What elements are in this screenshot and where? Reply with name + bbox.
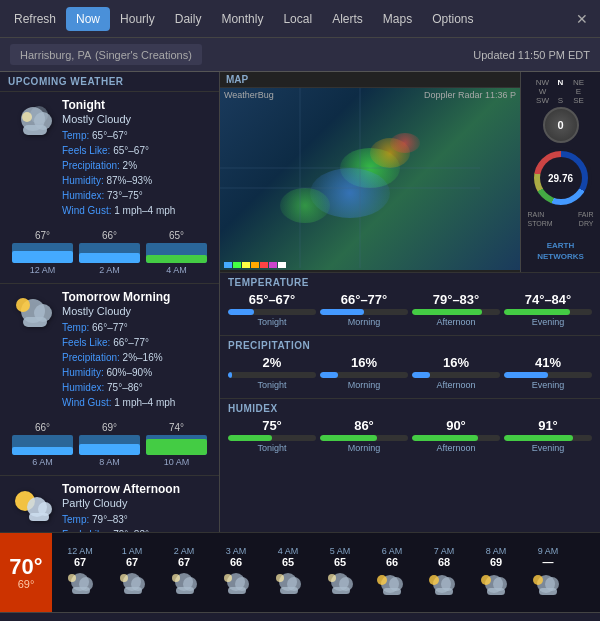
dir-n: N xyxy=(552,78,570,87)
radar-color-scale xyxy=(224,262,286,268)
local-button[interactable]: Local xyxy=(273,7,322,31)
svg-point-44 xyxy=(377,575,387,585)
big-temp-feels: 69° xyxy=(18,578,35,590)
partly-cloudy-icon xyxy=(11,485,55,529)
hour-icon-1am xyxy=(116,570,148,600)
precip-afternoon: 16% Afternoon xyxy=(412,355,500,390)
humidex-row: 75° Tonight 86° Morning 90° Afternoon xyxy=(228,418,592,453)
hour-12am: 12 AM 67 xyxy=(54,544,106,602)
bar-2am: 66° 2 AM xyxy=(79,230,140,275)
city-name: Harrisburg, PA xyxy=(20,49,91,61)
svg-rect-19 xyxy=(72,587,90,594)
maps-button[interactable]: Maps xyxy=(373,7,422,31)
dir-nw: NW xyxy=(534,78,552,87)
top-navigation: Refresh Now Hourly Daily Monthly Local A… xyxy=(0,0,600,38)
svg-rect-39 xyxy=(332,587,350,594)
hourly-strip: 12 AM 67 1 AM 67 xyxy=(52,533,600,612)
svg-rect-31 xyxy=(228,587,246,594)
temperature-row: 65°–67° Tonight 66°–77° Morning 79°–83° … xyxy=(228,292,592,327)
svg-rect-23 xyxy=(124,587,142,594)
map-overlay-svg xyxy=(220,88,520,270)
dir-sw: SW xyxy=(534,96,552,105)
precip-tonight: 2% Tonight xyxy=(228,355,316,390)
right-area: MAP WeatherBug Doppler Radar 11:36 P xyxy=(220,72,600,532)
temperature-title: TEMPERATURE xyxy=(228,277,592,288)
bar-6am: 66° 6 AM xyxy=(12,422,73,467)
monthly-button[interactable]: Monthly xyxy=(211,7,273,31)
hour-icon-5am xyxy=(324,570,356,600)
refresh-button[interactable]: Refresh xyxy=(4,7,66,31)
svg-rect-47 xyxy=(435,588,453,595)
map-compass-row: MAP WeatherBug Doppler Radar 11:36 P xyxy=(220,72,600,272)
cloud-moon-icon xyxy=(11,101,55,145)
main-content: UPCOMING WEATHER Tonight xyxy=(0,72,600,532)
dir-s: S xyxy=(552,96,570,105)
cameras-button[interactable]: Cameras xyxy=(428,618,485,622)
hour-7am: 7 AM 68 xyxy=(418,544,470,602)
bar-4am: 65° 4 AM xyxy=(146,230,207,275)
svg-rect-7 xyxy=(23,317,47,327)
compass-panel: NW N NE W E SW S SE 0 xyxy=(520,72,600,272)
morning-title: Tomorrow Morning xyxy=(62,290,211,304)
big-temp-area: 70° 69° xyxy=(0,533,52,612)
location-subtitle: (Singer's Creations) xyxy=(95,49,192,61)
temp-afternoon: 79°–83° Afternoon xyxy=(412,292,500,327)
svg-point-48 xyxy=(429,575,439,585)
svg-rect-27 xyxy=(176,587,194,594)
weather-block-tonight: Tonight Mostly Cloudy Temp: 65°–67° Feel… xyxy=(0,92,219,284)
afternoon-title: Tomorrow Afternoon xyxy=(62,482,211,496)
hour-icon-8am xyxy=(480,570,512,600)
bottom-strip: 70° 69° 12 AM 67 1 AM 67 xyxy=(0,532,600,612)
svg-point-24 xyxy=(120,574,128,582)
humidex-section: HUMIDEX 75° Tonight 86° Morning 90° xyxy=(220,398,600,461)
dir-center xyxy=(552,87,570,96)
baro-labels: RAIN FAIR xyxy=(528,211,594,218)
humidex-morning: 86° Morning xyxy=(320,418,408,453)
compass-directions: NW N NE W E SW S SE xyxy=(534,78,588,105)
videos-button[interactable]: Videos xyxy=(265,618,310,622)
options-button[interactable]: Options xyxy=(422,7,483,31)
big-temp-value: 70° xyxy=(9,556,42,578)
location-name[interactable]: Harrisburg, PA (Singer's Creations) xyxy=(10,44,202,65)
precipitation-row: 2% Tonight 16% Morning 16% Afternoon xyxy=(228,355,592,390)
photos-button[interactable]: Photos xyxy=(346,618,392,622)
baro-labels-2: STORM DRY xyxy=(528,220,594,227)
morning-icon-area xyxy=(8,290,58,340)
dir-e: E xyxy=(570,87,588,96)
hour-4am: 4 AM 65 xyxy=(262,544,314,602)
bottom-navigation: History News Health Videos Photos Camera… xyxy=(0,612,600,621)
hourly-button[interactable]: Hourly xyxy=(110,7,165,31)
baro-dry: DRY xyxy=(579,220,594,227)
close-button[interactable]: ✕ xyxy=(568,9,596,29)
hour-icon-6am xyxy=(376,570,408,600)
humidex-afternoon: 90° Afternoon xyxy=(412,418,500,453)
precipitation-section: PRECIPITATION 2% Tonight 16% Morning 16% xyxy=(220,335,600,398)
humidex-evening: 91° Evening xyxy=(504,418,592,453)
hour-9am: 9 AM — xyxy=(522,544,574,602)
tonight-info: Tonight Mostly Cloudy Temp: 65°–67° Feel… xyxy=(58,98,211,218)
now-button[interactable]: Now xyxy=(66,7,110,31)
daily-button[interactable]: Daily xyxy=(165,7,212,31)
tonight-details: Temp: 65°–67° Feels Like: 65°–67° Precip… xyxy=(62,128,211,218)
svg-point-32 xyxy=(224,574,232,582)
morning-hourly-bars: 66° 6 AM 69° 8 AM 74° 10 AM xyxy=(8,414,211,469)
hour-8am: 8 AM 69 xyxy=(470,544,522,602)
news-button[interactable]: News xyxy=(110,618,150,622)
afternoon-info: Tomorrow Afternoon Partly Cloudy Temp: 7… xyxy=(58,482,211,532)
location-bar: Harrisburg, PA (Singer's Creations) Upda… xyxy=(0,38,600,72)
svg-point-28 xyxy=(172,574,180,582)
humidex-tonight: 75° Tonight xyxy=(228,418,316,453)
bar-8am: 69° 8 AM xyxy=(79,422,140,467)
compass-circle: 0 xyxy=(543,107,579,143)
precip-morning: 16% Morning xyxy=(320,355,408,390)
health-button[interactable]: Health xyxy=(185,618,229,622)
history-button[interactable]: History xyxy=(28,618,74,622)
updated-text: Updated 11:50 PM EDT xyxy=(473,49,590,61)
radar-map[interactable]: WeatherBug Doppler Radar 11:36 P xyxy=(220,88,520,270)
temp-morning: 66°–77° Morning xyxy=(320,292,408,327)
tonight-title: Tonight xyxy=(62,98,211,112)
alerts-button[interactable]: Alerts xyxy=(322,7,373,31)
svg-point-56 xyxy=(533,575,543,585)
settings-button[interactable]: Settings xyxy=(520,618,572,622)
svg-point-52 xyxy=(481,575,491,585)
